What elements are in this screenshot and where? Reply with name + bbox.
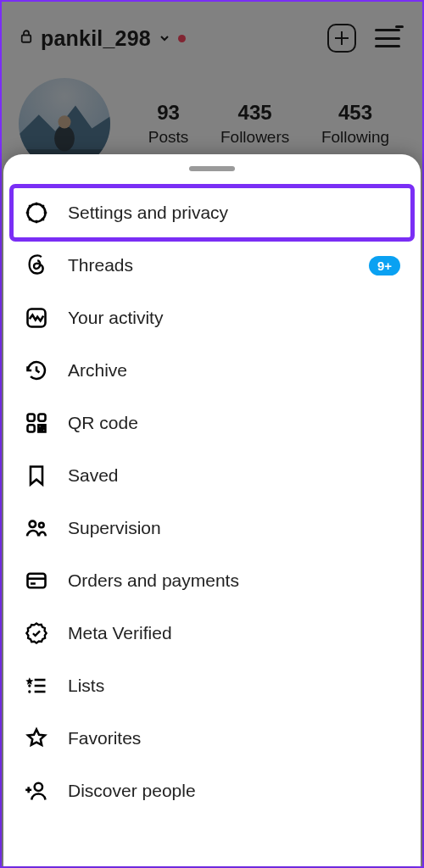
- verified-badge-icon: [24, 620, 49, 646]
- archive-icon: [24, 358, 49, 383]
- chevron-down-icon: [158, 31, 171, 45]
- menu-item-label: QR code: [68, 413, 138, 433]
- stat-count: 93: [148, 101, 189, 125]
- stat-label: Following: [321, 128, 389, 147]
- top-bar: pankil_298: [19, 17, 405, 59]
- svg-rect-22: [38, 430, 40, 431]
- menu-item-label: Threads: [68, 255, 133, 275]
- menu-item-meta-verified[interactable]: Meta Verified: [3, 607, 421, 659]
- lock-icon: [19, 29, 34, 47]
- svg-point-24: [39, 523, 44, 528]
- supervision-icon: [24, 515, 49, 541]
- profile-menu-sheet: Settings and privacy Threads 9+ Your act…: [3, 154, 421, 866]
- svg-rect-0: [22, 36, 31, 42]
- account-switcher[interactable]: pankil_298: [41, 26, 151, 51]
- stat-count: 453: [321, 101, 389, 125]
- gear-icon: [24, 200, 49, 225]
- svg-point-4: [58, 115, 70, 128]
- qr-code-icon: [24, 410, 49, 436]
- hamburger-menu-button[interactable]: [375, 29, 400, 47]
- stat-label: Posts: [148, 128, 189, 147]
- stat-following[interactable]: 453 Following: [321, 101, 389, 147]
- credit-card-icon: [24, 568, 49, 593]
- profile-menu: Settings and privacy Threads 9+ Your act…: [3, 186, 421, 817]
- menu-item-lists[interactable]: Lists: [3, 659, 421, 712]
- menu-item-archive[interactable]: Archive: [3, 344, 421, 397]
- menu-item-label: Orders and payments: [68, 570, 239, 591]
- svg-rect-25: [28, 574, 46, 587]
- notification-dot: [395, 25, 404, 28]
- stat-followers[interactable]: 435 Followers: [220, 101, 289, 147]
- svg-rect-16: [28, 415, 35, 421]
- notification-dot: [178, 35, 186, 42]
- menu-item-qrcode[interactable]: QR code: [3, 397, 421, 449]
- svg-rect-17: [38, 415, 45, 421]
- stat-label: Followers: [220, 128, 289, 147]
- menu-item-label: Lists: [68, 676, 104, 696]
- instagram-profile-screen: pankil_298: [0, 0, 424, 868]
- svg-point-6: [32, 209, 40, 216]
- stat-count: 435: [220, 101, 289, 125]
- menu-item-label: Your activity: [68, 308, 163, 328]
- threads-badge: 9+: [369, 256, 400, 275]
- threads-icon: [24, 253, 49, 278]
- add-person-icon: [24, 778, 49, 804]
- svg-point-32: [28, 690, 31, 693]
- activity-icon: [24, 305, 49, 331]
- svg-point-33: [35, 783, 42, 791]
- menu-item-label: Settings and privacy: [68, 203, 228, 223]
- menu-item-label: Meta Verified: [68, 623, 172, 643]
- menu-item-settings[interactable]: Settings and privacy: [12, 186, 412, 239]
- bookmark-icon: [24, 463, 49, 488]
- svg-point-31: [28, 684, 31, 687]
- create-post-button[interactable]: [327, 24, 356, 53]
- svg-rect-21: [42, 425, 46, 426]
- menu-item-label: Saved: [68, 465, 119, 486]
- sheet-grabber[interactable]: [189, 166, 235, 171]
- menu-item-favorites[interactable]: Favorites: [3, 712, 421, 765]
- menu-item-orders[interactable]: Orders and payments: [3, 554, 421, 607]
- menu-item-saved[interactable]: Saved: [3, 449, 421, 502]
- menu-item-activity[interactable]: Your activity: [3, 292, 421, 344]
- menu-item-label: Favorites: [68, 728, 141, 748]
- menu-item-label: Supervision: [68, 518, 161, 538]
- svg-rect-20: [42, 429, 46, 432]
- menu-item-supervision[interactable]: Supervision: [3, 502, 421, 554]
- menu-item-threads[interactable]: Threads 9+: [3, 239, 421, 292]
- svg-rect-18: [28, 425, 35, 431]
- svg-rect-19: [38, 425, 42, 428]
- menu-item-label: Archive: [68, 360, 127, 381]
- menu-item-label: Discover people: [68, 781, 196, 801]
- svg-point-3: [54, 125, 75, 151]
- stat-posts[interactable]: 93 Posts: [148, 101, 189, 147]
- svg-point-23: [30, 521, 36, 527]
- list-star-icon: [24, 673, 49, 698]
- star-icon: [24, 726, 49, 751]
- menu-item-discover-people[interactable]: Discover people: [3, 765, 421, 817]
